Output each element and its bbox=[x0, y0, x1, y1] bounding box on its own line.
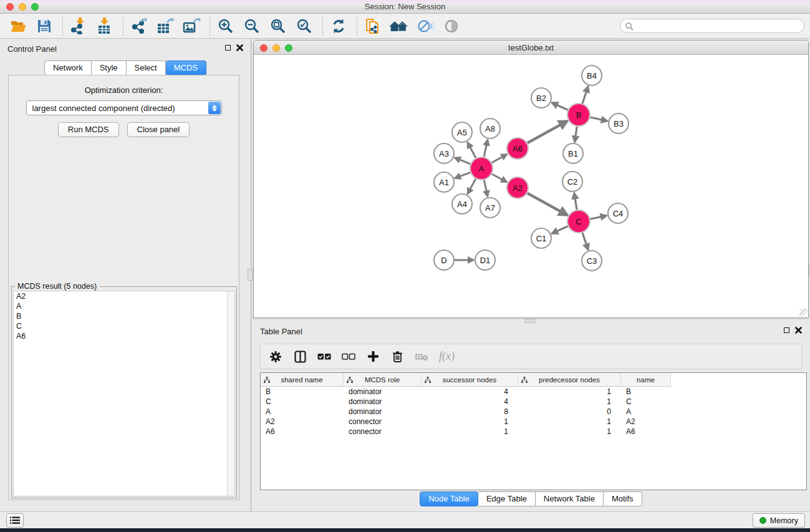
window-resize-grip[interactable] bbox=[799, 309, 808, 317]
table-row[interactable]: A2connector11A2 bbox=[261, 417, 806, 427]
hide-selected-icon[interactable] bbox=[416, 17, 435, 36]
close-panel-icon[interactable] bbox=[236, 44, 243, 51]
graph-edge[interactable] bbox=[455, 173, 470, 178]
table-row[interactable]: Adominator80A bbox=[261, 407, 806, 417]
column-header-shared-name[interactable]: shared name bbox=[261, 373, 344, 387]
main-toolbar bbox=[0, 14, 810, 39]
graph-edge[interactable] bbox=[582, 87, 588, 104]
zoom-fit-icon[interactable] bbox=[269, 17, 287, 36]
graph-edge[interactable] bbox=[492, 174, 507, 182]
column-header-mcds-role[interactable]: MCDS role bbox=[344, 373, 422, 387]
deselect-all-columns-icon[interactable] bbox=[342, 350, 355, 364]
graph-edge[interactable] bbox=[484, 180, 488, 196]
tab-node-table[interactable]: Node Table bbox=[420, 491, 478, 506]
optimization-criterion-label: Optimization criterion: bbox=[9, 85, 239, 95]
search-box[interactable] bbox=[620, 19, 804, 33]
graph-node-label: C4 bbox=[613, 209, 624, 218]
tab-mcds[interactable]: MCDS bbox=[166, 60, 206, 75]
graph-edge[interactable] bbox=[492, 154, 507, 162]
tab-network-table[interactable]: Network Table bbox=[536, 491, 604, 506]
select-all-columns-icon[interactable] bbox=[317, 350, 331, 364]
graph-edge[interactable] bbox=[591, 216, 607, 219]
column-header-predecessor-nodes[interactable]: predecessor nodes bbox=[518, 373, 621, 387]
memory-status-icon bbox=[759, 517, 766, 524]
table-panel-title: Table Panel bbox=[260, 327, 302, 336]
graph-edge[interactable] bbox=[582, 233, 588, 249]
result-list-scrollbar[interactable] bbox=[227, 291, 234, 496]
column-header-successor-nodes[interactable]: successor nodes bbox=[422, 373, 518, 387]
column-layout-icon[interactable] bbox=[293, 350, 307, 364]
graph-edge[interactable] bbox=[528, 121, 567, 143]
table-row[interactable]: Cdominator41C bbox=[261, 397, 806, 407]
graph-edge[interactable] bbox=[575, 127, 577, 142]
control-panel: Control Panel Network Style Select MCDS … bbox=[0, 39, 251, 511]
add-column-icon[interactable] bbox=[366, 350, 380, 364]
graph-node-label: B2 bbox=[536, 94, 546, 103]
show-all-icon[interactable] bbox=[442, 17, 461, 36]
list-item[interactable]: A2 bbox=[14, 291, 234, 301]
graph-edge[interactable] bbox=[484, 140, 488, 157]
function-builder-icon: f(x) bbox=[439, 350, 455, 363]
tab-edge-table[interactable]: Edge Table bbox=[478, 491, 536, 506]
graph-edge[interactable] bbox=[591, 117, 607, 121]
control-panel-title: Control Panel bbox=[7, 44, 57, 54]
graph-edge[interactable] bbox=[552, 103, 568, 110]
graph-edge[interactable] bbox=[528, 193, 567, 215]
network-canvas[interactable]: B4B2BB3A5A8A6B1A3AC2A1A2A4A7C4CC1C3DD1 bbox=[254, 55, 808, 317]
zoom-in-icon[interactable] bbox=[216, 17, 235, 36]
graph-edge[interactable] bbox=[468, 179, 476, 194]
graph-edge[interactable] bbox=[455, 158, 470, 164]
task-history-button[interactable] bbox=[6, 513, 24, 528]
import-table-icon[interactable] bbox=[95, 17, 114, 36]
table-row[interactable]: Bdominator41B bbox=[261, 387, 806, 397]
application-window: Session: New Session bbox=[0, 0, 810, 532]
network-window-title: testGlobe.txt bbox=[254, 43, 808, 52]
table-header-row: shared name MCDS role successor nodes pr… bbox=[261, 373, 806, 387]
refresh-view-icon[interactable] bbox=[329, 17, 348, 36]
memory-label: Memory bbox=[770, 516, 798, 525]
float-table-panel-icon[interactable] bbox=[784, 327, 789, 333]
mcds-result-list[interactable]: A2ABCA6 bbox=[13, 291, 235, 496]
close-table-panel-icon[interactable] bbox=[795, 327, 802, 334]
graph-edge[interactable] bbox=[552, 226, 568, 234]
open-session-icon[interactable] bbox=[9, 17, 27, 36]
graph-edge[interactable] bbox=[574, 193, 577, 210]
network-canvas-svg: B4B2BB3A5A8A6B1A3AC2A1A2A4A7C4CC1C3DD1 bbox=[254, 55, 808, 317]
criterion-select[interactable]: largest connected component (directed) bbox=[26, 100, 222, 115]
zoom-selected-icon[interactable] bbox=[295, 17, 314, 36]
delete-column-icon[interactable] bbox=[390, 350, 404, 364]
duplicate-network-icon[interactable] bbox=[364, 17, 382, 36]
tab-network[interactable]: Network bbox=[44, 60, 92, 75]
list-item[interactable]: A6 bbox=[14, 331, 234, 341]
import-network-icon[interactable] bbox=[69, 17, 88, 36]
search-icon bbox=[625, 22, 634, 31]
node-table[interactable]: shared name MCDS role successor nodes pr… bbox=[260, 372, 807, 490]
tab-select[interactable]: Select bbox=[127, 60, 166, 75]
export-network-icon[interactable] bbox=[130, 17, 148, 36]
tab-motifs[interactable]: Motifs bbox=[604, 491, 642, 506]
settings-gear-icon[interactable] bbox=[269, 350, 282, 364]
tab-style[interactable]: Style bbox=[92, 60, 127, 75]
column-header-name[interactable]: name bbox=[621, 373, 671, 387]
left-split-divider-grip[interactable] bbox=[248, 269, 253, 281]
first-neighbors-icon[interactable] bbox=[390, 17, 408, 36]
run-mcds-button[interactable]: Run MCDS bbox=[58, 122, 119, 137]
export-image-icon[interactable] bbox=[182, 17, 201, 36]
mcds-result-items: A2ABCA6 bbox=[14, 291, 234, 341]
desktop-background bbox=[0, 528, 810, 532]
search-input[interactable] bbox=[634, 22, 804, 31]
table-row[interactable]: A6connector11A6 bbox=[261, 427, 806, 437]
list-item[interactable]: B bbox=[14, 311, 234, 321]
save-session-icon[interactable] bbox=[35, 17, 54, 36]
float-panel-icon[interactable] bbox=[225, 45, 231, 51]
list-item[interactable]: A bbox=[14, 301, 234, 311]
graph-node-label: A7 bbox=[485, 203, 495, 213]
zoom-out-icon[interactable] bbox=[243, 17, 261, 36]
export-table-icon[interactable] bbox=[156, 17, 175, 36]
list-item[interactable]: C bbox=[14, 321, 234, 331]
close-panel-button[interactable]: Close panel bbox=[127, 122, 190, 137]
graph-edge[interactable] bbox=[468, 142, 476, 158]
memory-button[interactable]: Memory bbox=[753, 513, 805, 528]
network-window-titlebar[interactable]: testGlobe.txt bbox=[254, 41, 808, 55]
graph-node-label: A bbox=[479, 164, 485, 173]
